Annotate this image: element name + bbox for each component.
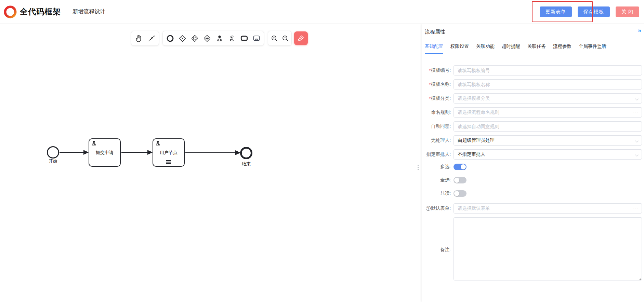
panel-resize-handle[interactable] [418, 165, 420, 170]
brush-icon [297, 35, 305, 42]
hand-icon [135, 35, 143, 42]
create-task-button[interactable] [239, 33, 249, 43]
select-all-toggle[interactable] [454, 177, 466, 183]
approver-label: 指定审批人: [425, 151, 454, 157]
template-category-select[interactable]: 请选择模板分类 [454, 93, 642, 104]
remark-label: 备注: [425, 247, 454, 253]
clear-canvas-button[interactable] [294, 31, 308, 45]
task-node-submit[interactable]: 提交申请 [89, 138, 121, 167]
process-properties-panel: » 流程属性 基础配置 权限设置 关联功能 超时提醒 关联任务 流程参数 全局事… [422, 24, 644, 302]
no-handler-select[interactable]: 由超级管理员处理 [454, 135, 642, 146]
app-logo-icon [3, 5, 17, 19]
user-task-icon [155, 140, 161, 146]
app-header: 全代码框架 新增流程设计 更新表单 保存模板 关 闭 [0, 0, 644, 24]
auto-agree-label: 自动同意: [425, 123, 454, 129]
toolbar-group-zoom [268, 31, 292, 46]
template-category-label: *模板分类: [425, 95, 454, 101]
template-name-input[interactable] [454, 79, 642, 90]
app-title: 全代码框架 [20, 6, 61, 17]
script-icon [228, 35, 236, 42]
create-exclusive-gateway-button[interactable] [177, 33, 187, 43]
panel-title: 流程属性 [425, 29, 642, 35]
user-task-icon [91, 140, 97, 146]
zoom-out-icon [281, 35, 289, 42]
tab-related-tasks[interactable]: 关联任务 [527, 43, 546, 54]
naming-rule-select[interactable]: 请选择流程命名规则 ··· [454, 107, 642, 118]
read-only-toggle[interactable] [454, 190, 466, 197]
create-script-task-button[interactable] [227, 33, 237, 43]
remark-textarea[interactable] [454, 217, 642, 280]
template-code-label: *模板编号: [425, 67, 454, 73]
tab-process-params[interactable]: 流程参数 [553, 43, 571, 54]
template-name-label: *模板名称: [425, 81, 454, 87]
tab-related-functions[interactable]: 关联功能 [476, 43, 495, 54]
read-only-label: 只读: [425, 190, 454, 196]
user-icon [216, 35, 223, 42]
tab-permission-settings[interactable]: 权限设置 [450, 43, 469, 54]
ellipsis-icon: ··· [633, 205, 639, 210]
zoom-out-button[interactable] [280, 33, 290, 43]
panel-tabs: 基础配置 权限设置 关联功能 超时提醒 关联任务 流程参数 全局事件监听 [425, 43, 642, 54]
start-event-icon [166, 35, 174, 42]
task-label: 提交申请 [96, 150, 114, 156]
exclusive-gateway-icon [179, 35, 186, 42]
naming-rule-label: 命名规则: [425, 109, 454, 115]
hand-tool-button[interactable] [134, 33, 144, 43]
task-label: 用户节点 [160, 150, 178, 156]
create-collapsed-subprocess-button[interactable] [251, 33, 262, 43]
zoom-in-button[interactable] [269, 33, 279, 43]
multi-instance-marker-icon [166, 160, 171, 164]
ellipsis-icon: ··· [633, 109, 639, 114]
template-code-input[interactable] [454, 65, 642, 76]
create-user-task-button[interactable] [214, 33, 225, 43]
no-handler-label: 无处理人: [425, 137, 454, 143]
zoom-in-icon [271, 35, 278, 42]
basic-config-form: *模板编号: *模板名称: *模板分类: 请选择模板分类 命名规则: 请选择流程… [425, 65, 642, 282]
create-inclusive-gateway-button[interactable] [189, 33, 200, 43]
save-template-button[interactable]: 保存模板 [578, 6, 610, 17]
start-event-label: 开始 [41, 158, 65, 164]
parallel-gateway-icon [203, 35, 211, 42]
bpmn-canvas[interactable]: 开始 提交申请 用户节点 结束 [0, 24, 422, 302]
tab-global-event-listener[interactable]: 全局事件监听 [579, 43, 606, 54]
help-icon: ? [426, 206, 431, 211]
task-node-user[interactable]: 用户节点 [153, 138, 185, 167]
auto-agree-input[interactable] [454, 121, 642, 132]
inclusive-gateway-icon [191, 35, 199, 42]
connect-arrows-icon [147, 35, 155, 42]
start-event-node[interactable] [47, 146, 59, 159]
close-button[interactable]: 关 闭 [616, 6, 639, 17]
create-start-event-button[interactable] [165, 33, 175, 43]
create-parallel-gateway-button[interactable] [202, 33, 212, 43]
multi-select-label: 多选: [425, 164, 454, 170]
toolbar-group-tools [131, 31, 159, 46]
global-connect-tool-button[interactable] [146, 33, 156, 43]
panel-collapse-icon[interactable]: » [638, 27, 641, 33]
tab-timeout-reminder[interactable]: 超时提醒 [502, 43, 520, 54]
toolbar-group-palette [162, 31, 264, 46]
end-event-node[interactable] [240, 147, 252, 159]
approver-select[interactable]: 不指定审批人 [454, 149, 642, 160]
tab-basic-config[interactable]: 基础配置 [425, 43, 443, 54]
update-form-button[interactable]: 更新表单 [540, 6, 572, 17]
default-form-label: ? 默认表单: [425, 205, 454, 211]
task-icon [240, 34, 248, 42]
page-title: 新增流程设计 [73, 8, 105, 15]
collapsed-subprocess-icon [252, 34, 261, 42]
end-event-label: 结束 [234, 161, 258, 167]
multi-select-toggle[interactable] [454, 164, 466, 170]
default-form-select[interactable]: 请选择默认表单 ··· [454, 203, 642, 214]
select-all-label: 全选: [425, 177, 454, 183]
